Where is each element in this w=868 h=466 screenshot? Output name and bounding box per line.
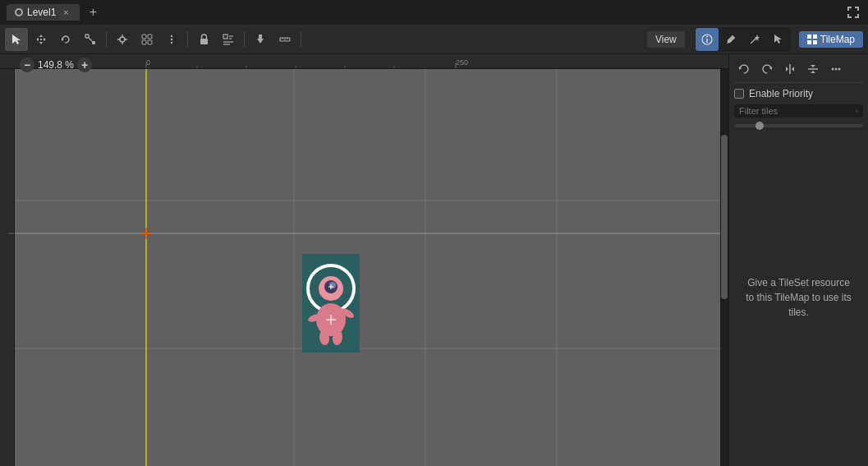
ruler-top: 0 250 [0,54,728,69]
undo-button[interactable] [734,59,754,79]
svg-marker-89 [811,65,815,67]
svg-rect-50 [813,40,817,44]
tiles-slider[interactable] [734,124,863,127]
tile-cursor-button[interactable] [767,28,790,51]
tile-wand-button[interactable] [743,28,766,51]
svg-point-74 [329,282,336,288]
svg-rect-23 [142,35,146,39]
more-options-button[interactable] [826,59,846,79]
svg-marker-11 [36,38,39,41]
canvas-viewport[interactable] [15,69,728,466]
svg-rect-1 [847,7,849,11]
scrollbar-thumb[interactable] [721,135,728,299]
separator-2 [187,31,188,48]
enable-priority-row: Enable Priority [734,88,863,99]
svg-point-18 [120,37,125,42]
ruler-left [0,69,15,466]
svg-line-17 [89,38,92,41]
svg-marker-87 [792,67,794,72]
flip-h-button[interactable] [780,59,800,79]
svg-marker-12 [44,38,46,41]
svg-rect-5 [847,14,849,18]
filter-row[interactable] [734,104,863,118]
svg-rect-47 [807,35,811,39]
svg-rect-48 [813,35,817,39]
svg-point-91 [832,68,834,71]
svg-point-29 [171,41,172,43]
svg-point-93 [838,68,841,71]
move-tool-button[interactable] [30,28,53,51]
svg-rect-26 [148,40,152,44]
fullscreen-button[interactable] [845,4,861,21]
tilemap-button-label: TileMap [820,34,855,45]
vertical-scrollbar[interactable] [720,69,728,466]
svg-point-92 [835,68,838,71]
svg-marker-46 [774,35,782,44]
select-tool-button[interactable] [5,28,28,51]
flip-v-button[interactable] [803,59,823,79]
tilemap-button[interactable]: TileMap [799,31,863,48]
level-tab[interactable]: Level1 × [7,4,80,21]
svg-marker-45 [755,35,760,41]
svg-marker-86 [786,67,788,72]
expand-tool-button[interactable] [217,28,240,51]
svg-point-28 [171,38,172,39]
tab-label: Level1 [27,7,56,18]
canvas-area[interactable]: − 149.8 % + 0 250 [0,54,728,466]
main-content: − 149.8 % + 0 250 [0,54,868,466]
svg-rect-24 [148,35,152,39]
svg-rect-15 [85,35,89,38]
svg-rect-25 [142,40,146,44]
zoom-out-button[interactable]: − [20,58,34,72]
enable-priority-label: Enable Priority [749,88,813,99]
redo-button[interactable] [757,59,777,79]
tab-add-button[interactable]: + [85,4,101,21]
svg-marker-8 [12,35,21,44]
svg-rect-30 [200,39,208,44]
tab-icon [15,8,23,16]
tile-tool-group [695,27,791,52]
pan-tool-button[interactable] [249,28,272,51]
separator-1 [106,31,107,48]
svg-point-94 [856,110,857,112]
svg-rect-16 [92,41,95,44]
svg-rect-31 [223,35,227,39]
svg-line-95 [857,112,858,113]
tile-paint-button[interactable] [719,28,742,51]
panel-toolbar [734,59,863,83]
scale-tool-button[interactable] [79,28,102,51]
svg-point-27 [171,35,172,36]
slider-thumb[interactable] [755,122,764,130]
enable-priority-checkbox[interactable] [734,89,744,99]
zoom-controls: − 149.8 % + [20,58,92,72]
lock-tool-button[interactable] [192,28,215,51]
svg-marker-9 [39,35,43,37]
zoom-in-button[interactable]: + [77,58,92,72]
ruler-tool-button[interactable] [273,28,296,51]
svg-marker-90 [811,71,815,73]
title-bar: Level1 × + [0,0,868,25]
tileset-hint-text: Give a TileSet resource to this TileMap … [742,275,855,320]
right-panel: Enable Priority Give a TileSet resource … [728,54,868,466]
svg-rect-7 [857,14,859,18]
svg-marker-10 [39,42,43,44]
character-sprite [302,254,360,353]
extra1-tool-button[interactable] [111,28,134,51]
svg-rect-49 [807,40,811,44]
slider-row [734,122,863,129]
tab-close-button[interactable]: × [60,7,71,18]
tileset-hint: Give a TileSet resource to this TileMap … [734,134,863,461]
zoom-level-display: 149.8 % [38,59,74,71]
dots-tool-button[interactable] [160,28,183,51]
separator-3 [244,31,245,48]
extra2-tool-button[interactable] [135,28,158,51]
main-toolbar: View [0,25,868,54]
svg-point-42 [706,35,708,37]
filter-tiles-input[interactable] [739,106,852,116]
tile-info-button[interactable] [696,28,719,51]
rotate-tool-button[interactable] [54,28,77,51]
separator-4 [301,31,301,48]
view-button[interactable]: View [647,31,685,48]
svg-rect-3 [857,7,859,11]
svg-rect-13 [40,39,42,40]
